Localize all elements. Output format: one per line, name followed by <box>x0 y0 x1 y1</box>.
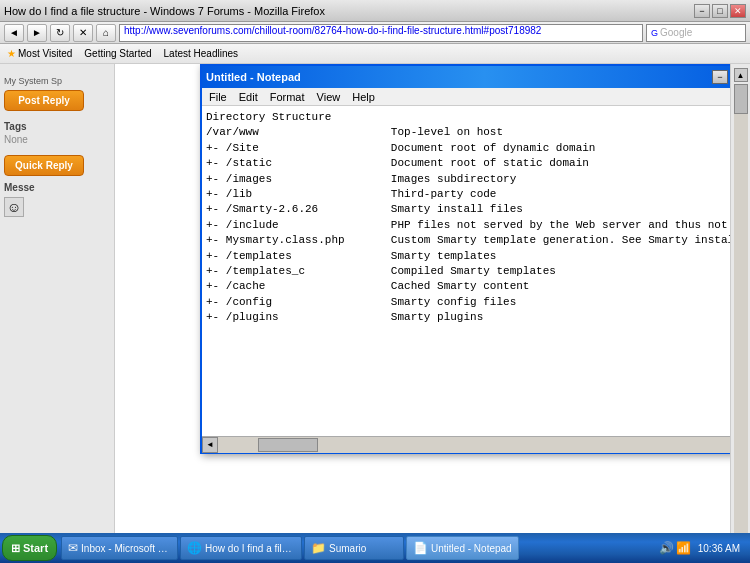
home-button[interactable]: ⌂ <box>96 24 116 42</box>
menu-view[interactable]: View <box>312 90 346 104</box>
start-button[interactable]: ⊞ Start <box>2 535 57 561</box>
forward-button[interactable]: ► <box>27 24 47 42</box>
taskbar-tray: 🔊 📶 10:36 AM <box>659 541 744 555</box>
bookmark-getting-started[interactable]: Getting Started <box>81 47 154 60</box>
menu-file[interactable]: File <box>204 90 232 104</box>
browser-maximize-btn[interactable]: □ <box>712 4 728 18</box>
taskbar-item-label: Untitled - Notepad <box>431 543 512 554</box>
menu-format[interactable]: Format <box>265 90 310 104</box>
menu-edit[interactable]: Edit <box>234 90 263 104</box>
notepad-titlebar[interactable]: Untitled - Notepad − □ ✕ <box>202 66 730 88</box>
notepad-title: Untitled - Notepad <box>206 71 301 83</box>
address-bar[interactable]: http://www.sevenforums.com/chillout-room… <box>119 24 643 42</box>
tray-time: 10:36 AM <box>694 543 744 554</box>
notepad-hscrollbar[interactable]: ◄ ► <box>202 436 730 452</box>
search-input[interactable]: Google <box>660 27 692 38</box>
notepad-minimize-btn[interactable]: − <box>712 70 728 84</box>
notepad-window: Untitled - Notepad − □ ✕ File Edit Forma… <box>200 64 730 454</box>
post-reply-button[interactable]: Post Reply <box>4 90 84 111</box>
browser-titlebar: How do I find a file structure - Windows… <box>0 0 750 22</box>
taskbar-item-label: How do I find a file struc... <box>205 543 295 554</box>
browser-title: How do I find a file structure - Windows… <box>4 5 325 17</box>
google-logo: G <box>651 28 658 38</box>
browser-close-btn[interactable]: ✕ <box>730 4 746 18</box>
taskbar-item-outlook[interactable]: ✉ Inbox - Microsoft Outlook <box>61 536 178 560</box>
menu-help[interactable]: Help <box>347 90 380 104</box>
system-specs-label: My System Sp <box>4 76 110 86</box>
forum-main: Untitled - Notepad − □ ✕ File Edit Forma… <box>115 64 730 553</box>
star-icon: ★ <box>7 48 16 59</box>
quick-reply-button[interactable]: Quick Reply <box>4 155 84 176</box>
browser-minimize-btn[interactable]: − <box>694 4 710 18</box>
forum-sidebar: My System Sp Post Reply Tags None Quick … <box>0 64 115 553</box>
right-scroll-thumb[interactable] <box>734 84 748 114</box>
browser-navbar: ◄ ► ↻ ✕ ⌂ http://www.sevenforums.com/chi… <box>0 22 750 44</box>
smiley-icon: ☺ <box>7 199 21 215</box>
message-label: Messe <box>4 182 110 193</box>
right-scroll-track <box>734 84 748 537</box>
bookmark-label: Most Visited <box>18 48 72 59</box>
right-scroll-up[interactable]: ▲ <box>734 68 748 82</box>
message-icon: ☺ <box>4 197 24 217</box>
taskbar-items: ✉ Inbox - Microsoft Outlook 🌐 How do I f… <box>61 536 659 560</box>
browser-content: My System Sp Post Reply Tags None Quick … <box>0 64 750 553</box>
taskbar-item-label: Inbox - Microsoft Outlook <box>81 543 171 554</box>
start-label: Start <box>23 542 48 554</box>
browser-win-controls: − □ ✕ <box>694 4 746 18</box>
hscroll-left-btn[interactable]: ◄ <box>202 437 218 453</box>
forum-right-scroll: ▲ ▼ <box>730 64 750 553</box>
sumario-icon: 📁 <box>311 541 326 555</box>
taskbar-item-firefox[interactable]: 🌐 How do I find a file struc... <box>180 536 302 560</box>
back-button[interactable]: ◄ <box>4 24 24 42</box>
bookmark-label: Getting Started <box>84 48 151 59</box>
bookmark-latest-headlines[interactable]: Latest Headlines <box>161 47 242 60</box>
hscroll-thumb[interactable] <box>258 438 318 452</box>
bookmark-label: Latest Headlines <box>164 48 239 59</box>
tags-value: None <box>4 134 110 145</box>
windows-icon: ⊞ <box>11 542 20 555</box>
notepad-icon: 📄 <box>413 541 428 555</box>
search-box[interactable]: G Google <box>646 24 746 42</box>
outlook-icon: ✉ <box>68 541 78 555</box>
tray-icons: 🔊 📶 <box>659 541 691 555</box>
taskbar: ⊞ Start ✉ Inbox - Microsoft Outlook 🌐 Ho… <box>0 533 750 563</box>
tray-network-icon: 🔊 <box>659 541 674 555</box>
notepad-win-buttons: − □ ✕ <box>712 70 730 84</box>
notepad-menubar: File Edit Format View Help <box>202 88 730 106</box>
notepad-text-area[interactable]: Directory Structure /var/www Top-level o… <box>202 106 730 436</box>
hscroll-track <box>218 437 730 453</box>
notepad-content-area: Directory Structure /var/www Top-level o… <box>202 106 730 452</box>
tray-volume-icon: 📶 <box>676 541 691 555</box>
tags-label: Tags <box>4 121 110 132</box>
taskbar-item-label: Sumario <box>329 543 366 554</box>
bookmark-most-visited[interactable]: ★ Most Visited <box>4 47 75 60</box>
reload-button[interactable]: ↻ <box>50 24 70 42</box>
stop-button[interactable]: ✕ <box>73 24 93 42</box>
bookmarks-bar: ★ Most Visited Getting Started Latest He… <box>0 44 750 64</box>
firefox-icon: 🌐 <box>187 541 202 555</box>
tags-section: Tags None <box>4 121 110 145</box>
taskbar-item-sumario[interactable]: 📁 Sumario <box>304 536 404 560</box>
taskbar-item-notepad[interactable]: 📄 Untitled - Notepad <box>406 536 519 560</box>
